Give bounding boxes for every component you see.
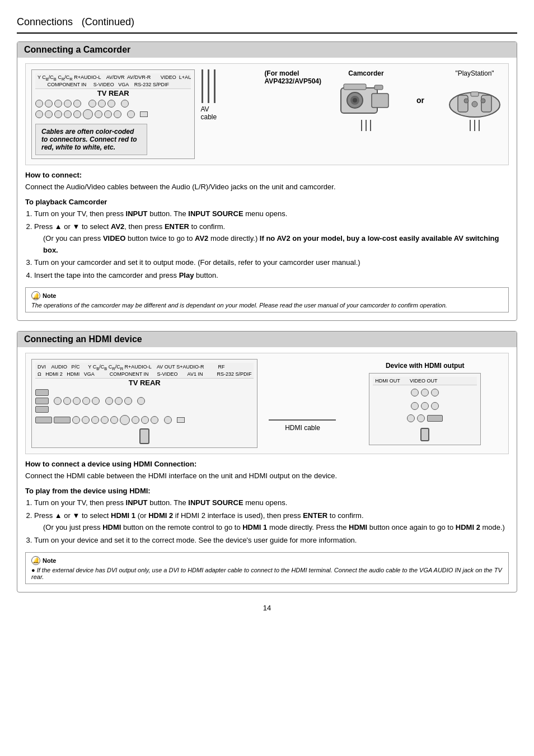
rect-port [177, 417, 185, 423]
port [82, 416, 90, 424]
subtitle-text: (Continued) [82, 16, 134, 27]
av-cable-area: AV cable [200, 69, 217, 121]
hdmi-diagram: DVI AUDIO P/C Y CB/CB CR/CR R+AUDIO-L AV… [25, 353, 509, 454]
tv-rear-box: Y CB/CB CR/CR R+AUDIO-L AV/DVR AV/DVR-R … [31, 69, 195, 159]
port [35, 110, 43, 118]
hdmi-play-heading: To play from the device using HDMI: [25, 487, 509, 495]
port [63, 397, 71, 405]
port [45, 100, 53, 108]
svg-point-12 [472, 101, 477, 107]
hdmi-step-2: Press ▲ or ▼ to select HDMI 1 (or HDMI 2… [34, 510, 509, 534]
hdmi-port-row-1 [35, 389, 254, 413]
camcorder-header-text: Connecting a Camcorder [24, 45, 130, 54]
how-to-text: Connect the Audio/Video cables between t… [25, 181, 509, 193]
hdmi-cable-section: HDMI cable [269, 375, 336, 432]
step-2: Press ▲ or ▼ to select AV2, then press E… [34, 221, 509, 256]
port [88, 100, 96, 108]
port [45, 110, 53, 118]
hdmi-step-3: Turn on your device and set it to the co… [34, 535, 509, 547]
svg-rect-13 [471, 92, 479, 96]
port-row-2 [35, 109, 191, 119]
port [64, 100, 72, 108]
how-to-heading: How to connect: [25, 171, 509, 179]
title-text: Connections [17, 16, 73, 27]
port [411, 389, 419, 396]
or-text: or [416, 96, 424, 105]
note-label-text: Note [43, 292, 56, 299]
hdmi-tv-box: DVI AUDIO P/C Y CB/CB CR/CR R+AUDIO-L AV… [31, 359, 257, 448]
port [114, 110, 121, 118]
port [151, 416, 158, 424]
hdmi-port-wide [54, 417, 71, 423]
port [98, 100, 106, 108]
port [92, 397, 100, 405]
hdmi-port [35, 398, 49, 404]
device-header: HDMI OUT VIDEO OUT [373, 377, 477, 385]
camcorder-note-text: The operations of the camcorder may be d… [31, 302, 447, 309]
page-number: 14 [17, 604, 517, 612]
hdmi-note-label-text: Note [43, 557, 56, 564]
port [407, 414, 415, 422]
hdmi-how-to-heading: How to connect a device using HDMI Conne… [25, 460, 509, 468]
color-note: Cables are often color-coded to connecto… [35, 124, 147, 155]
hdmi-tv-header-strip: DVI AUDIO P/C Y CB/CB CR/CR R+AUDIO-L AV… [35, 363, 254, 379]
svg-rect-5 [344, 84, 366, 90]
camcorder-steps: Turn on your TV, then press INPUT button… [25, 208, 509, 282]
svg-rect-1 [372, 94, 388, 108]
step-4: Insert the tape into the camcorder and p… [34, 270, 509, 282]
hdmi-tv-rear-label: TV REAR [35, 379, 254, 387]
device-hdmi-plug [420, 428, 429, 441]
camcorder-diagram: Y CB/CB CR/CR R+AUDIO-L AV/DVR AV/DVR-R … [25, 63, 509, 165]
hdmi-out-port [427, 415, 443, 422]
port [164, 416, 172, 424]
svg-rect-6 [374, 85, 383, 90]
port [95, 110, 102, 118]
playstation-icon [447, 80, 503, 119]
hdmi-port-wide [35, 417, 52, 423]
for-model-text: (For modelAVP4232/AVP504) [264, 69, 321, 85]
camcorder-section: Connecting a Camcorder Y CB/CB CR/CR R+A… [17, 41, 517, 321]
step-1: Turn on your TV, then press INPUT button… [34, 208, 509, 220]
color-note-text: Cables are often color-coded to connecto… [41, 128, 137, 151]
port [132, 416, 139, 424]
port [105, 397, 113, 405]
port [54, 397, 62, 405]
page-title: Connections (Continued) [17, 11, 517, 34]
port [54, 110, 62, 118]
port [141, 416, 149, 424]
step-3: Turn on your camcorder and set it to out… [34, 257, 509, 269]
svg-point-4 [353, 98, 357, 102]
port [72, 416, 80, 424]
port [35, 100, 43, 108]
hdmi-device-area: Device with HDMI output HDMI OUT VIDEO O… [347, 362, 503, 445]
hdmi-port [35, 406, 49, 413]
camcorder-label: Camcorder [348, 69, 383, 77]
hdmi-port-row-2 [35, 415, 254, 425]
svg-point-10 [464, 99, 469, 103]
port [107, 100, 115, 108]
port [120, 415, 130, 425]
camcorder-note-label: 🔔 Note [31, 291, 503, 300]
port [431, 389, 439, 396]
port [110, 416, 118, 424]
step2-indent: (Or you can press VIDEO button twice to … [43, 233, 509, 256]
hdmi-section: Connecting an HDMI device DVI AUDIO P/C … [17, 331, 517, 592]
note-icon: 🔔 [31, 291, 40, 300]
camcorder-section-content: Y CB/CB CR/CR R+AUDIO-L AV/DVR AV/DVR-R … [17, 58, 517, 320]
port-row-1 [35, 100, 191, 108]
port [73, 397, 81, 405]
tv-hdmi-plug [139, 428, 149, 444]
playback-heading: To playback Camcorder [25, 198, 509, 206]
port [73, 110, 81, 118]
port [101, 416, 109, 424]
port [127, 110, 135, 118]
port [64, 110, 72, 118]
camcorder-section-header: Connecting a Camcorder [17, 42, 517, 58]
svg-point-11 [481, 99, 485, 103]
svg-rect-9 [481, 95, 491, 112]
hdmi-section-content: DVI AUDIO P/C Y CB/CB CR/CR R+AUDIO-L AV… [17, 347, 517, 591]
port [421, 389, 429, 396]
port [54, 100, 62, 108]
hdmi-note-label: 🔔 Note [31, 556, 503, 565]
hdmi-note-text: ● If the external device has DVI output … [31, 567, 502, 580]
